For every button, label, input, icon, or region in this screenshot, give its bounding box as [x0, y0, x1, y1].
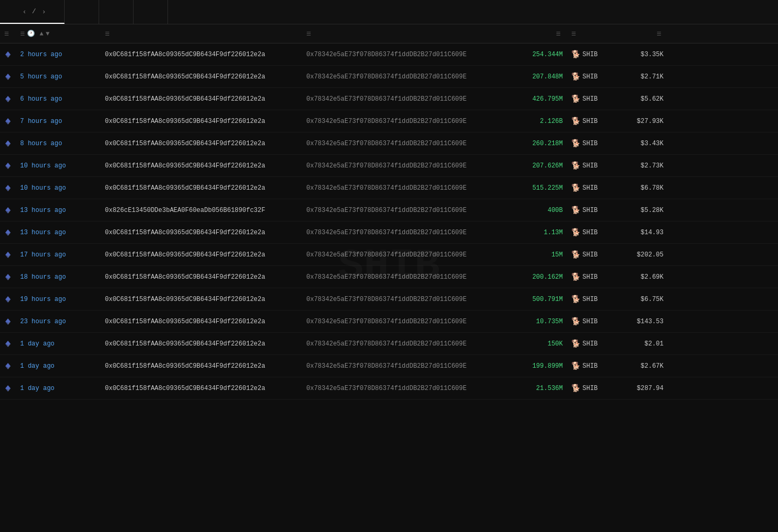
- table-row[interactable]: 18 hours ago 0x0C681f158fAA8c09365dC9B64…: [0, 266, 778, 288]
- token-value: 426.795M: [509, 89, 567, 109]
- table-row[interactable]: 10 hours ago 0x0C681f158fAA8c09365dC9B64…: [0, 155, 778, 177]
- filter-icon-1: ☰: [4, 31, 9, 37]
- sort-icon-time: ▲: [40, 30, 44, 38]
- to-address[interactable]: 0x78342e5aE73f078D86374f1ddDB2B27d011C60…: [302, 45, 509, 65]
- from-address[interactable]: 0x826cE13450DDe3bAEA0F60eaDb056B61890fc3…: [101, 200, 302, 220]
- from-address[interactable]: 0x0C681f158fAA8c09365dC9B6434F9df226012e…: [101, 178, 302, 198]
- from-address[interactable]: 0x0C681f158fAA8c09365dC9B6434F9df226012e…: [101, 312, 302, 332]
- token-value: 207.626M: [509, 156, 567, 176]
- usd-value: $143.53: [620, 312, 668, 332]
- table-row[interactable]: 1 day ago 0x0C681f158fAA8c09365dC9B6434F…: [0, 355, 778, 377]
- shib-icon: 🐕: [571, 50, 580, 59]
- col-header-to[interactable]: ☰: [302, 24, 509, 43]
- to-address[interactable]: 0x78342e5aE73f078D86374f1ddDB2B27d011C60…: [302, 156, 509, 176]
- transaction-time: 2 hours ago: [16, 45, 101, 65]
- from-address[interactable]: 0x0C681f158fAA8c09365dC9B6434F9df226012e…: [101, 134, 302, 154]
- token-value: 515.225M: [509, 178, 567, 198]
- ethereum-icon: [4, 340, 12, 348]
- to-address[interactable]: 0x78342e5aE73f078D86374f1ddDB2B27d011C60…: [302, 334, 509, 354]
- table-row[interactable]: 1 day ago 0x0C681f158fAA8c09365dC9B6434F…: [0, 333, 778, 355]
- prev-page-button[interactable]: ‹: [21, 6, 28, 16]
- to-address[interactable]: 0x78342e5aE73f078D86374f1ddDB2B27d011C60…: [302, 134, 509, 154]
- token-name: 🐕 SHIB: [567, 266, 620, 288]
- transactions-tab[interactable]: ‹ / ›: [0, 0, 65, 24]
- from-address[interactable]: 0x0C681f158fAA8c09365dC9B6434F9df226012e…: [101, 111, 302, 131]
- shib-icon: 🐕: [571, 139, 580, 148]
- token-name: 🐕 SHIB: [567, 377, 620, 399]
- table-row[interactable]: 10 hours ago 0x0C681f158fAA8c09365dC9B64…: [0, 177, 778, 199]
- from-address[interactable]: 0x0C681f158fAA8c09365dC9B6434F9df226012e…: [101, 289, 302, 309]
- swaps-tab[interactable]: [65, 0, 99, 24]
- to-address[interactable]: 0x78342e5aE73f078D86374f1ddDB2B27d011C60…: [302, 245, 509, 265]
- to-address[interactable]: 0x78342e5aE73f078D86374f1ddDB2B27d011C60…: [302, 178, 509, 198]
- to-address[interactable]: 0x78342e5aE73f078D86374f1ddDB2B27d011C60…: [302, 356, 509, 376]
- usd-value: $3.35K: [620, 45, 668, 65]
- usd-value: $3.43K: [620, 134, 668, 154]
- table-row[interactable]: 13 hours ago 0x826cE13450DDe3bAEA0F60eaD…: [0, 199, 778, 221]
- table-row[interactable]: 19 hours ago 0x0C681f158fAA8c09365dC9B64…: [0, 288, 778, 311]
- to-address[interactable]: 0x78342e5aE73f078D86374f1ddDB2B27d011C60…: [302, 67, 509, 87]
- ethereum-icon: [4, 273, 12, 281]
- col-header-from[interactable]: ☰: [101, 24, 302, 43]
- inflow-tab[interactable]: [99, 0, 134, 24]
- from-address[interactable]: 0x0C681f158fAA8c09365dC9B6434F9df226012e…: [101, 267, 302, 287]
- from-address[interactable]: 0x0C681f158fAA8c09365dC9B6434F9df226012e…: [101, 67, 302, 87]
- to-address[interactable]: 0x78342e5aE73f078D86374f1ddDB2B27d011C60…: [302, 111, 509, 131]
- from-address[interactable]: 0x0C681f158fAA8c09365dC9B6434F9df226012e…: [101, 223, 302, 243]
- transaction-time: 8 hours ago: [16, 134, 101, 154]
- from-address[interactable]: 0x0C681f158fAA8c09365dC9B6434F9df226012e…: [101, 89, 302, 109]
- filter-icon-value: ☰: [556, 31, 561, 37]
- token-name: 🐕 SHIB: [567, 244, 620, 265]
- ethereum-icon: [4, 51, 12, 58]
- page-navigation: ‹ / ›: [21, 6, 47, 16]
- table-row[interactable]: 6 hours ago 0x0C681f158fAA8c09365dC9B643…: [0, 88, 778, 110]
- table-row[interactable]: 7 hours ago 0x0C681f158fAA8c09365dC9B643…: [0, 110, 778, 132]
- from-address[interactable]: 0x0C681f158fAA8c09365dC9B6434F9df226012e…: [101, 356, 302, 376]
- col-header-time[interactable]: ☰ 🕐 ▲ ▼: [16, 24, 101, 43]
- filter-icon-from: ☰: [105, 31, 110, 37]
- table-row[interactable]: 13 hours ago 0x0C681f158fAA8c09365dC9B64…: [0, 221, 778, 244]
- col-header-value[interactable]: ☰: [509, 24, 567, 43]
- token-value: 199.899M: [509, 356, 567, 376]
- shib-icon: 🐕: [571, 250, 580, 259]
- from-address[interactable]: 0x0C681f158fAA8c09365dC9B6434F9df226012e…: [101, 45, 302, 65]
- eth-icon-cell: [0, 200, 16, 220]
- to-address[interactable]: 0x78342e5aE73f078D86374f1ddDB2B27d011C60…: [302, 378, 509, 398]
- ethereum-icon: [4, 73, 12, 81]
- to-address[interactable]: 0x78342e5aE73f078D86374f1ddDB2B27d011C60…: [302, 200, 509, 220]
- shib-icon: 🐕: [571, 384, 580, 393]
- shib-icon: 🐕: [571, 317, 580, 326]
- table-row[interactable]: 5 hours ago 0x0C681f158fAA8c09365dC9B643…: [0, 66, 778, 88]
- table-row[interactable]: 17 hours ago 0x0C681f158fAA8c09365dC9B64…: [0, 244, 778, 266]
- eth-icon-cell: [0, 267, 16, 287]
- usd-value: $2.73K: [620, 156, 668, 176]
- ethereum-icon: [4, 362, 12, 370]
- table-row[interactable]: 2 hours ago 0x0C681f158fAA8c09365dC9B643…: [0, 43, 778, 66]
- to-address[interactable]: 0x78342e5aE73f078D86374f1ddDB2B27d011C60…: [302, 312, 509, 332]
- filter-icon-to: ☰: [306, 31, 311, 37]
- eth-icon-cell: [0, 356, 16, 376]
- col-header-usd[interactable]: ☰: [620, 24, 668, 43]
- to-address[interactable]: 0x78342e5aE73f078D86374f1ddDB2B27d011C60…: [302, 89, 509, 109]
- table-row[interactable]: 23 hours ago 0x0C681f158fAA8c09365dC9B64…: [0, 311, 778, 333]
- usd-value: $6.78K: [620, 178, 668, 198]
- from-address[interactable]: 0x0C681f158fAA8c09365dC9B6434F9df226012e…: [101, 378, 302, 398]
- ethereum-icon: [4, 385, 12, 392]
- token-name: 🐕 SHIB: [567, 132, 620, 154]
- table-row[interactable]: 1 day ago 0x0C681f158fAA8c09365dC9B6434F…: [0, 377, 778, 400]
- usd-value: $2.67K: [620, 356, 668, 376]
- from-address[interactable]: 0x0C681f158fAA8c09365dC9B6434F9df226012e…: [101, 245, 302, 265]
- from-address[interactable]: 0x0C681f158fAA8c09365dC9B6434F9df226012e…: [101, 334, 302, 354]
- to-address[interactable]: 0x78342e5aE73f078D86374f1ddDB2B27d011C60…: [302, 289, 509, 309]
- ethereum-icon: [4, 229, 12, 236]
- outflow-tab[interactable]: [134, 0, 168, 24]
- from-address[interactable]: 0x0C681f158fAA8c09365dC9B6434F9df226012e…: [101, 156, 302, 176]
- eth-icon-cell: [0, 134, 16, 154]
- col-header-token[interactable]: ☰: [567, 24, 620, 43]
- to-address[interactable]: 0x78342e5aE73f078D86374f1ddDB2B27d011C60…: [302, 223, 509, 243]
- to-address[interactable]: 0x78342e5aE73f078D86374f1ddDB2B27d011C60…: [302, 267, 509, 287]
- next-page-button[interactable]: ›: [41, 6, 47, 16]
- table-row[interactable]: 8 hours ago 0x0C681f158fAA8c09365dC9B643…: [0, 132, 778, 155]
- eth-icon-cell: [0, 45, 16, 65]
- filter-icon-usd: ☰: [657, 31, 661, 37]
